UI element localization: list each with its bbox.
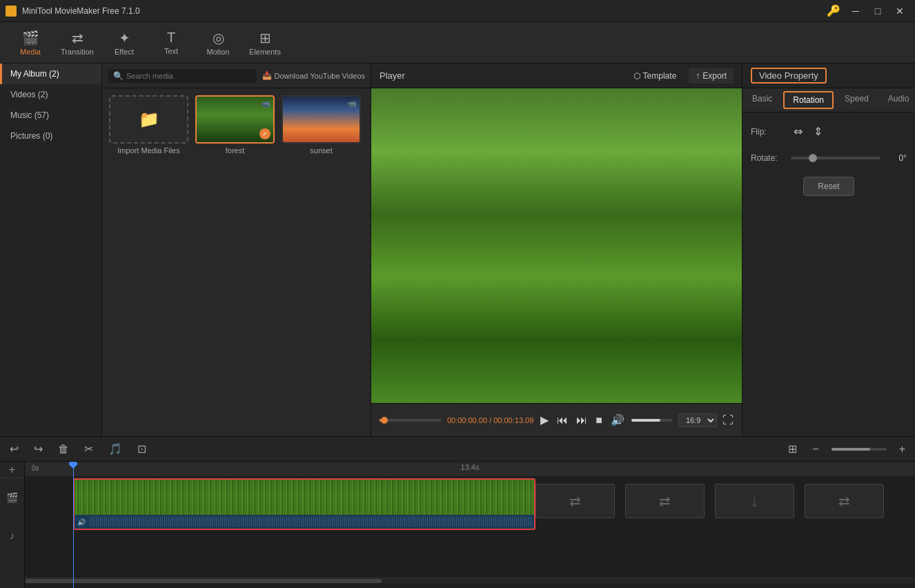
redo-button[interactable]: ↪ <box>31 441 46 457</box>
sidebar-item-my-album[interactable]: My Album (2) <box>0 63 101 84</box>
selected-badge: ✓ <box>259 128 270 139</box>
transition-arrow-3: ↓ <box>716 484 794 518</box>
flip-buttons: ⇔ ⇕ <box>791 124 825 139</box>
sunset-media-thumb[interactable]: 📹 <box>282 95 361 144</box>
progress-bar[interactable] <box>380 419 442 422</box>
toolbar-motion[interactable]: ◎ Motion <box>195 25 242 61</box>
template-button[interactable]: ⬡ Template <box>627 68 684 84</box>
fullscreen-button[interactable]: ⛶ <box>722 414 734 427</box>
flip-vertical-button[interactable]: ⇕ <box>811 124 825 139</box>
player-area: Player ⬡ Template ↑ Export 00:00:00.00 /… <box>371 63 742 436</box>
crop-button[interactable]: ⊡ <box>135 441 149 457</box>
toolbar-text[interactable]: T Text <box>148 25 195 61</box>
titlebar: MiniTool MovieMaker Free 7.1.0 🔑 ─ □ ✕ <box>0 0 915 22</box>
elements-icon: ⊞ <box>259 30 271 46</box>
detach-audio-button[interactable]: 🎵 <box>106 441 125 457</box>
import-media-item[interactable]: 📁 Import Media Files <box>109 95 188 155</box>
transition-placeholder-1[interactable]: ⇄ <box>535 484 615 518</box>
rotate-slider[interactable] <box>791 157 880 159</box>
sidebar-item-pictures[interactable]: Pictures (0) <box>0 126 101 146</box>
music-track-icon: ♪ <box>0 516 24 554</box>
transition-placeholder-2[interactable]: ⇄ <box>625 484 705 518</box>
minimize-button[interactable]: ─ <box>846 4 865 18</box>
maximize-button[interactable]: □ <box>868 4 887 18</box>
rotate-value: 0° <box>886 153 907 163</box>
tab-basic[interactable]: Basic <box>742 88 782 112</box>
media-panel: 🔍 📥 Download YouTube Videos 📁 Import Med… <box>102 63 371 436</box>
transition-placeholder-3[interactable]: ↓ <box>715 484 794 518</box>
delete-button[interactable]: 🗑 <box>55 442 72 457</box>
rotate-label: Rotate: <box>751 153 785 163</box>
sunset-media-item[interactable]: 📹 sunset <box>282 95 361 155</box>
play-button[interactable]: ▶ <box>539 412 550 428</box>
timeline-track-icons: + 🎬 ♪ <box>0 462 25 588</box>
timeline-body: + 🎬 ♪ 0s 13.4s 🔊 <box>0 462 915 588</box>
flip-row: Flip: ⇔ ⇕ <box>751 124 907 139</box>
rotate-dot <box>809 154 817 162</box>
cut-button[interactable]: ✂ <box>81 441 96 457</box>
media-grid: 📁 Import Media Files 📹 ✓ forest 📹 <box>102 88 371 436</box>
motion-icon: ◎ <box>213 30 224 46</box>
tab-audio[interactable]: Audio <box>878 88 915 112</box>
fit-timeline-button[interactable]: ⊞ <box>785 441 800 457</box>
export-icon: ↑ <box>696 71 700 81</box>
app-icon <box>6 6 17 17</box>
toolbar-effect[interactable]: ✦ Effect <box>101 25 148 61</box>
download-youtube-button[interactable]: 📥 Download YouTube Videos <box>262 71 366 80</box>
reset-button[interactable]: Reset <box>803 177 854 196</box>
toolbar-elements[interactable]: ⊞ Elements <box>242 25 288 61</box>
property-content: Flip: ⇔ ⇕ Rotate: 0° Reset <box>742 112 915 436</box>
timeline-area: ↩ ↪ 🗑 ✂ 🎵 ⊡ ⊞ − + + 🎬 ♪ 0s 13.4s <box>0 436 915 588</box>
audio-icon: 🔊 <box>77 518 86 526</box>
right-panel: Video Property Basic Rotation Speed Audi… <box>742 63 915 436</box>
time-display: 00:00:00.00 / 00:00:13.09 <box>447 416 533 424</box>
video-clip[interactable]: 🔊 <box>73 478 535 530</box>
close-button[interactable]: ✕ <box>890 4 909 18</box>
video-frame <box>371 88 742 403</box>
timeline-toolbar: ↩ ↪ 🗑 ✂ 🎵 ⊡ ⊞ − + <box>0 437 915 462</box>
forest-media-thumb[interactable]: 📹 ✓ <box>195 95 275 144</box>
toolbar-media[interactable]: 🎬 Media <box>7 25 54 61</box>
import-media-thumb[interactable]: 📁 <box>109 95 188 144</box>
zoom-slider[interactable] <box>832 448 887 451</box>
progress-dot <box>381 417 388 424</box>
aspect-ratio-select[interactable]: 16:9 4:3 1:1 9:16 <box>678 413 717 427</box>
export-button[interactable]: ↑ Export <box>689 68 734 84</box>
sidebar-item-music[interactable]: Music (57) <box>0 105 101 126</box>
video-track: 🔊 ⇄ ⇄ ↓ <box>25 478 915 537</box>
next-frame-button[interactable]: ⏭ <box>575 413 589 428</box>
search-input[interactable] <box>126 72 251 80</box>
template-icon: ⬡ <box>633 71 640 81</box>
video-badge-icon2: 📹 <box>347 99 357 108</box>
timeline-ruler: 0s 13.4s <box>25 462 915 476</box>
transition-arrow-1: ⇄ <box>569 493 581 509</box>
transition-arrow-4: ⇄ <box>838 493 850 509</box>
ruler-time: 0s <box>32 464 39 472</box>
volume-icon[interactable]: 🔊 <box>609 412 626 428</box>
undo-button[interactable]: ↩ <box>7 441 21 457</box>
stop-button[interactable]: ■ <box>594 413 604 428</box>
volume-slider[interactable] <box>631 419 673 422</box>
prev-frame-button[interactable]: ⏮ <box>555 413 569 428</box>
window-controls: ─ □ ✕ <box>846 4 909 18</box>
import-folder-icon: 📁 <box>139 110 159 129</box>
timeline-scrollbar[interactable] <box>25 578 915 583</box>
toolbar-transition[interactable]: ⇄ Transition <box>54 25 101 61</box>
timeline-main: 0s 13.4s 🔊 ⇄ <box>25 462 915 588</box>
rotate-row: Rotate: 0° <box>751 153 907 163</box>
sidebar-item-videos[interactable]: Videos (2) <box>0 84 101 105</box>
transition-arrow-2: ⇄ <box>659 493 671 509</box>
flip-horizontal-button[interactable]: ⇔ <box>791 124 805 139</box>
video-property-title: Video Property <box>751 68 827 84</box>
search-icon: 🔍 <box>113 71 124 81</box>
forest-media-item[interactable]: 📹 ✓ forest <box>195 95 275 155</box>
player-header: Player ⬡ Template ↑ Export <box>371 63 742 88</box>
tab-speed[interactable]: Speed <box>835 88 878 112</box>
transition-placeholder-4[interactable]: ⇄ <box>805 484 884 518</box>
video-preview <box>371 88 742 403</box>
tab-rotation[interactable]: Rotation <box>783 91 834 109</box>
zoom-in-button[interactable]: + <box>896 442 908 457</box>
add-track-icon[interactable]: + <box>0 462 24 478</box>
player-controls: 00:00:00.00 / 00:00:13.09 ▶ ⏮ ⏭ ■ 🔊 16:9… <box>371 403 742 436</box>
zoom-out-button[interactable]: − <box>809 442 821 457</box>
